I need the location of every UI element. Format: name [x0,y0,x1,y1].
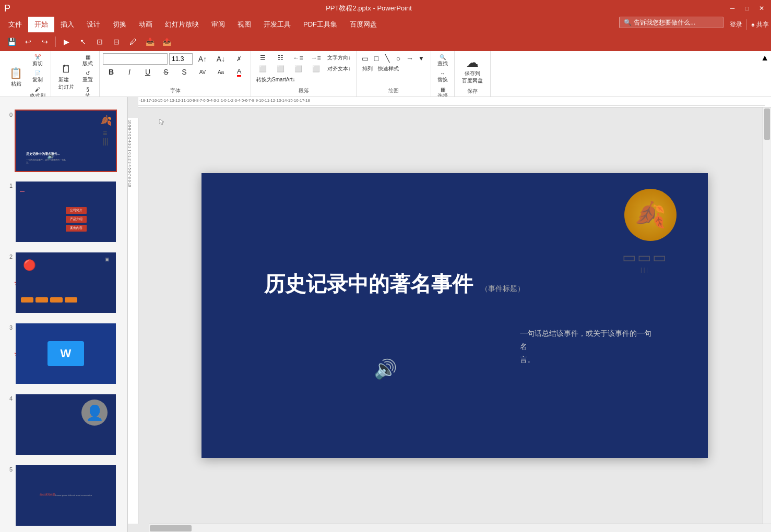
bold-button[interactable]: B [103,67,120,77]
decrease-indent-button[interactable]: ←≡ [290,53,306,63]
format-button[interactable]: 🖊 [126,34,140,49]
copy-button[interactable]: 📄 复制 [28,69,48,84]
arrange-button[interactable]: 排列 [360,64,375,74]
format-paint-button[interactable]: 🖌 格式刷 [28,86,48,97]
align-text-button[interactable]: 对齐文本↓ [325,64,353,74]
slide-thumbnail-1[interactable]: 1 — 公司简介 产品介绍 案例内容 [0,176,127,247]
zoom-out-button[interactable]: ⊟ [109,34,124,49]
shape-arrow[interactable]: → [404,53,416,64]
shape-more[interactable]: ▼ [416,53,426,64]
menu-transitions[interactable]: 切换 [106,17,133,32]
slide-thumb-0[interactable]: 🍂 ≡||| 历史记录中的著名事件... 一句话总结该事件，或关于该事件的一句名… [15,110,117,172]
case-button[interactable]: Aa [212,68,229,76]
menu-slideshow[interactable]: 幻灯片放映 [159,17,205,32]
zoom-fit-button[interactable]: ⊡ [92,34,107,49]
menu-design[interactable]: 设计 [80,17,106,32]
reset-button[interactable]: ↺ 重置 [79,69,96,84]
slide-thumbnail-2[interactable]: 2 ★ 🔴 ▣ [0,247,127,318]
shadow-button[interactable]: S [176,67,193,77]
slide-canvas[interactable]: 🍂 ▭▭▭ ||| 历史记录中的著名事件 （事件标题） [201,173,708,458]
quick-styles-button[interactable]: 快速样式 [376,64,401,74]
search-bar[interactable]: 🔍 告诉我您想要做什么... [619,17,723,28]
save-qa-button[interactable]: 💾 [4,34,19,49]
numbering-button[interactable]: ☷ [272,53,289,63]
find-button[interactable]: 🔍 查找 [434,53,451,68]
download-button[interactable]: 📥 [143,34,157,49]
slide-thumb-inner-2: 🔴 ▣ [16,252,116,313]
bullets-button[interactable]: ☰ [254,53,271,63]
ribbon-expand-button[interactable]: ▲ [761,53,769,63]
menu-insert[interactable]: 插入 [54,17,80,32]
minimize-button[interactable]: ─ [727,3,738,14]
pointer-button[interactable]: ↖ [76,34,90,49]
align-right-button[interactable]: ⬜ [290,64,306,74]
slide-speaker-icon[interactable]: 🔊 [374,358,397,380]
menu-review[interactable]: 审阅 [205,17,231,32]
font-style-row: B I U S S AV Aa A [103,66,247,78]
increase-indent-button[interactable]: →≡ [307,53,324,63]
share-button[interactable]: ♠ 共享 [751,20,769,29]
slide-thumb-1[interactable]: — 公司简介 产品介绍 案例内容 [15,180,117,243]
menu-file[interactable]: 文件 [2,17,28,32]
scroll-v-thumb[interactable] [764,108,770,140]
redo-button[interactable]: ↪ [38,34,52,49]
text-direction-button[interactable]: 文字方向↓ [325,53,353,63]
slide-num-1: 1 [2,183,13,189]
slide-main-title[interactable]: 历史记录中的著名事件 （事件标题） [264,270,525,298]
menu-developer[interactable]: 开发工具 [257,17,297,32]
italic-button[interactable]: I [121,67,138,77]
strikethrough-button[interactable]: S [158,67,174,77]
new-slide-button[interactable]: 🗒 新建幻灯片 [54,58,78,96]
section-button[interactable]: § 节 [79,86,96,97]
clear-format-button[interactable]: ✗ [231,54,247,64]
align-center-button[interactable]: ⬜ [272,64,289,74]
menu-pdf[interactable]: PDF工具集 [297,17,343,32]
menu-baidu[interactable]: 百度网盘 [343,17,383,32]
present-button[interactable]: ▶ [59,34,74,49]
slide-thumb-4[interactable]: 👤 [15,393,117,456]
shape-line[interactable]: ╲ [382,53,393,64]
decrease-font-button[interactable]: A↓ [212,55,229,63]
cut-button[interactable]: ✂️ 剪切 [28,53,48,68]
select-button[interactable]: ▦ 选择 [434,86,451,97]
layout-button[interactable]: ▦ 版式 [79,53,96,68]
slide-thumb-wrapper-3: ★ W [15,322,117,385]
slide-thumbnail-0[interactable]: 0 🍂 ≡||| 历史记录中的著名事件... 一句话总结该事件，或关于该事件的一… [0,105,127,176]
find-label: 查找 [437,60,448,67]
replace-button[interactable]: ↔ 替换 [434,69,451,84]
upload-button[interactable]: 📤 [159,34,174,49]
menu-animations[interactable]: 动画 [133,17,159,32]
justify-button[interactable]: ⬜ [307,64,324,74]
slide-thumbnail-4[interactable]: 4 👤 [0,389,127,460]
maximize-button[interactable]: □ [742,3,752,14]
increase-font-button[interactable]: A↑ [194,55,211,63]
login-button[interactable]: 登录 [730,20,742,29]
close-button[interactable]: ✕ [756,3,767,14]
paragraph-row1: ☰ ☷ ←≡ →≡ 文字方向↓ [254,53,353,63]
char-spacing-button[interactable]: AV [194,68,211,76]
shape-rect[interactable]: ▭ [360,53,371,64]
slide-thumb-3[interactable]: W [15,322,117,385]
search-icon: 🔍 [624,19,632,26]
slide-thumb-2[interactable]: 🔴 ▣ [15,251,117,314]
font-size-input[interactable]: 11.3 [169,53,193,65]
scroll-h-thumb[interactable] [150,525,192,531]
underline-button[interactable]: U [139,67,156,77]
slide-thumb-5[interactable]: 此处填写标题 Lorem ipsum dolor sit amet consec… [15,464,117,527]
save-baidu-button[interactable]: ☁ 保存到百度网盘 [458,53,487,87]
align-left-button[interactable]: ⬜ [254,64,271,74]
slide-thumbnail-3[interactable]: 3 ★ W [0,318,127,389]
shape-rect2[interactable]: □ [371,53,382,64]
slide-quote-text[interactable]: 一句话总结该事件，或关于该事件的一句名言。 [520,327,656,367]
smartart-button[interactable]: 转换为SmartArt↓ [254,75,297,84]
menu-home[interactable]: 开始 [28,17,54,32]
scroll-vertical[interactable] [763,107,771,524]
font-name-input[interactable] [103,53,168,65]
undo-button[interactable]: ↩ [21,34,35,49]
scroll-horizontal[interactable] [149,524,771,532]
paste-button[interactable]: 📋 粘贴 [5,58,27,96]
shape-ellipse[interactable]: ○ [393,53,404,64]
menu-view[interactable]: 视图 [231,17,257,32]
slide-thumbnail-5[interactable]: 5 此处填写标题 Lorem ipsum dolor sit amet cons… [0,460,127,531]
font-color-button[interactable]: A [231,66,247,78]
